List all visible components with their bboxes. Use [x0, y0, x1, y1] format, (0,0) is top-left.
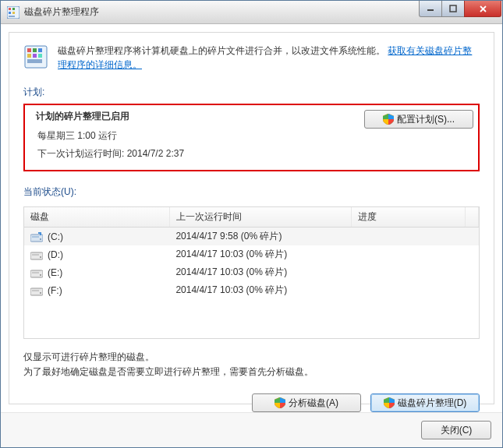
analyze-label: 分析磁盘(A): [289, 397, 338, 410]
table-row[interactable]: (F:)2014/4/17 10:03 (0% 碎片): [24, 281, 479, 299]
close-button[interactable]: 关闭(C): [421, 421, 491, 439]
shield-icon: [383, 114, 394, 125]
system-drive-icon: [30, 231, 43, 242]
drive-progress: [351, 245, 465, 263]
footer: 关闭(C): [1, 412, 502, 447]
drive-progress: [351, 228, 465, 246]
drive-last-run: 2014/4/17 9:58 (0% 碎片): [169, 228, 351, 246]
analyze-disk-button[interactable]: 分析磁盘(A): [252, 393, 361, 412]
drive-last-run: 2014/4/17 10:03 (0% 碎片): [169, 245, 351, 263]
disk-table: 磁盘 上一次运行时间 进度 (C:)2014/4/17 9:58 (0% 碎片)…: [24, 207, 479, 299]
drive-name: (C:): [48, 231, 63, 242]
note-line1: 仅显示可进行碎片整理的磁盘。: [23, 350, 480, 365]
configure-schedule-label: 配置计划(S)...: [397, 113, 455, 126]
note-text: 仅显示可进行碎片整理的磁盘。 为了最好地确定磁盘是否需要立即进行碎片整理，需要首…: [23, 350, 480, 379]
status-section: 当前状态(U): 磁盘 上一次运行时间 进度 (C:)2014/4/: [23, 185, 480, 412]
col-disk[interactable]: 磁盘: [24, 207, 169, 228]
title-bar[interactable]: 磁盘碎片整理程序: [1, 1, 502, 24]
maximize-button[interactable]: [441, 1, 465, 17]
svg-rect-20: [427, 9, 434, 11]
content-outer: 磁盘碎片整理程序将计算机硬盘上的碎片文件进行合并，以改进文件系统性能。 获取有关…: [1, 24, 502, 412]
defrag-app-icon: [23, 44, 50, 70]
col-last-run[interactable]: 上一次运行时间: [169, 207, 351, 228]
close-icon: [479, 5, 487, 13]
app-icon: [7, 6, 19, 19]
col-progress[interactable]: 进度: [351, 207, 465, 228]
window-controls: [420, 1, 501, 17]
drive-last-run: 2014/4/17 10:03 (0% 碎片): [169, 281, 351, 299]
content-panel: 磁盘碎片整理程序将计算机硬盘上的碎片文件进行合并，以改进文件系统性能。 获取有关…: [9, 32, 494, 404]
schedule-enabled-title: 计划的碎片整理已启用: [36, 110, 364, 123]
schedule-section-label: 计划:: [23, 86, 480, 99]
minimize-button[interactable]: [419, 1, 442, 17]
shield-icon: [384, 397, 395, 408]
schedule-frequency: 每星期三 1:00 运行: [36, 129, 364, 143]
defrag-label: 磁盘碎片整理(D): [398, 397, 467, 410]
note-line2: 为了最好地确定磁盘是否需要立即进行碎片整理，需要首先分析磁盘。: [23, 365, 480, 379]
table-row[interactable]: (E:)2014/4/17 10:03 (0% 碎片): [24, 263, 479, 281]
drive-progress: [351, 263, 465, 281]
table-row[interactable]: (D:)2014/4/17 10:03 (0% 碎片): [24, 245, 479, 263]
drive-name: (D:): [48, 249, 63, 260]
col-spacer: [465, 207, 478, 228]
schedule-panel: 计划的碎片整理已启用 每星期三 1:00 运行 下一次计划运行时间: 2014/…: [23, 104, 480, 171]
defrag-window: 磁盘碎片整理程序 磁盘碎片整理程序将计算机硬盘上的碎片文件进行合并，以改进文件系…: [0, 0, 503, 448]
minimize-icon: [427, 5, 434, 12]
close-label: 关闭(C): [441, 424, 473, 437]
drive-progress: [351, 281, 465, 299]
schedule-info: 计划的碎片整理已启用 每星期三 1:00 运行 下一次计划运行时间: 2014/…: [30, 110, 364, 165]
disk-table-container: 磁盘 上一次运行时间 进度 (C:)2014/4/17 9:58 (0% 碎片)…: [23, 206, 480, 339]
hdd-drive-icon: [30, 285, 43, 296]
maximize-icon: [449, 5, 457, 12]
window-title: 磁盘碎片整理程序: [24, 5, 420, 19]
close-window-button[interactable]: [464, 1, 501, 17]
drive-last-run: 2014/4/17 10:03 (0% 碎片): [169, 263, 351, 281]
defragment-disk-button[interactable]: 磁盘碎片整理(D): [370, 393, 480, 412]
hdd-drive-icon: [30, 267, 43, 278]
hdd-drive-icon: [30, 249, 43, 260]
table-header-row: 磁盘 上一次运行时间 进度: [24, 207, 479, 228]
configure-schedule-button[interactable]: 配置计划(S)...: [364, 110, 473, 129]
drive-name: (F:): [48, 285, 62, 296]
shield-icon: [275, 397, 285, 408]
status-section-label: 当前状态(U):: [23, 185, 480, 199]
schedule-next-run: 下一次计划运行时间: 2014/7/2 2:37: [36, 147, 364, 161]
table-row[interactable]: (C:)2014/4/17 9:58 (0% 碎片): [24, 228, 479, 246]
svg-rect-21: [450, 5, 456, 12]
intro-description: 磁盘碎片整理程序将计算机硬盘上的碎片文件进行合并，以改进文件系统性能。: [58, 45, 385, 56]
intro-text: 磁盘碎片整理程序将计算机硬盘上的碎片文件进行合并，以改进文件系统性能。 获取有关…: [58, 44, 480, 72]
action-buttons: 分析磁盘(A) 磁盘碎片整理(D): [23, 393, 480, 412]
intro-section: 磁盘碎片整理程序将计算机硬盘上的碎片文件进行合并，以改进文件系统性能。 获取有关…: [23, 44, 480, 72]
drive-name: (E:): [48, 267, 62, 278]
